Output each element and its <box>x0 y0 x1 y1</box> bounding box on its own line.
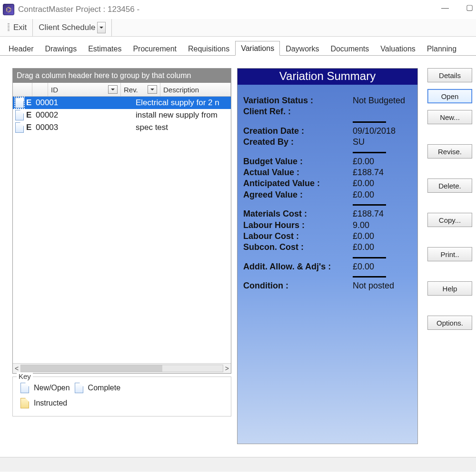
tab-planning[interactable]: Planning <box>421 41 462 56</box>
grid-header-type[interactable] <box>32 83 48 96</box>
document-icon <box>20 383 29 393</box>
tab-label: Drawings <box>45 45 77 53</box>
tab-label: Variations <box>241 44 274 52</box>
grid-header-description[interactable]: Description <box>160 83 231 96</box>
agreed-value-label: Agreed Value : <box>243 189 353 200</box>
rev-filter-dropdown-icon[interactable] <box>148 85 157 94</box>
new-button[interactable]: New... <box>427 110 472 124</box>
key-legend: Key New/Open Complete Instructed <box>12 377 231 416</box>
grid-header-rev[interactable]: Rev. <box>121 83 160 96</box>
tab-header[interactable]: Header <box>3 41 39 56</box>
grid-header-id-label: ID <box>51 86 58 94</box>
document-icon <box>15 110 24 120</box>
creation-date-label: Creation Date : <box>243 126 353 137</box>
created-by-label: Created By : <box>243 137 353 148</box>
minimize-icon[interactable]: — <box>441 4 449 13</box>
options-button[interactable]: Options. <box>427 316 472 330</box>
key-entry-complete: Complete <box>75 383 144 393</box>
tab-label: Valuations <box>380 45 416 53</box>
help-button[interactable]: Help <box>427 281 472 296</box>
labour-cost-label: Labour Cost : <box>243 231 353 242</box>
tab-drawings[interactable]: Drawings <box>39 41 82 56</box>
separator <box>353 204 386 206</box>
id-filter-dropdown-icon[interactable] <box>108 85 118 94</box>
print-button[interactable]: Print.. <box>427 247 472 261</box>
open-button[interactable]: Open <box>427 89 472 103</box>
labour-hours-value: 9.00 <box>353 220 412 231</box>
grid-header-row: ID Rev. Description <box>13 83 231 97</box>
row-type: E <box>26 98 36 108</box>
labour-hours-label: Labour Hours : <box>243 220 353 231</box>
actual-value-value: £188.74 <box>353 167 412 178</box>
variations-grid: Drag a column header here to group by th… <box>12 68 231 374</box>
anticipated-value-label: Anticipated Value : <box>243 178 353 189</box>
tab-label: Header <box>9 45 33 53</box>
key-entry-new-open: New/Open <box>20 383 70 393</box>
tab-documents[interactable]: Documents <box>325 41 375 56</box>
materials-cost-label: Materials Cost : <box>243 208 353 219</box>
table-row[interactable]: E00001Electrical supply for 2 n <box>13 97 231 109</box>
tab-label: Planning <box>427 45 456 53</box>
details-button[interactable]: Details <box>427 68 472 82</box>
separator <box>353 152 386 153</box>
anticipated-value-value: £0.00 <box>353 178 412 189</box>
grid-rows: E00001Electrical supply for 2 nE00002ins… <box>13 97 231 363</box>
key-new-open-label: New/Open <box>34 384 70 392</box>
group-by-hint[interactable]: Drag a column header here to group by th… <box>13 69 231 83</box>
delete-button[interactable]: Delete. <box>427 178 472 193</box>
row-description: install new supply from <box>136 110 231 120</box>
key-entry-instructed: Instructed <box>20 398 144 408</box>
grid-header-id[interactable]: ID <box>48 83 121 96</box>
title-bar: ⌬ ContractMaster Project : 123456 - — ▢ <box>0 0 476 19</box>
separator <box>353 121 386 123</box>
maximize-icon[interactable]: ▢ <box>466 3 473 12</box>
row-id: 00002 <box>36 110 102 120</box>
client-schedule-button[interactable]: Client Schedule <box>33 19 112 36</box>
tab-dayworks[interactable]: Dayworks <box>280 41 325 56</box>
exit-button[interactable]: Exit <box>2 19 33 36</box>
table-row[interactable]: E00002install new supply from <box>13 109 231 121</box>
revise-button[interactable]: Revise. <box>427 144 472 159</box>
actual-value-label: Actual Value : <box>243 167 353 178</box>
horizontal-scrollbar[interactable]: < > <box>13 363 231 373</box>
scrollbar-thumb[interactable] <box>21 365 162 372</box>
exit-label: Exit <box>13 23 27 32</box>
created-by-value: SU <box>353 137 412 148</box>
window-title: ContractMaster Project : 123456 - <box>18 5 139 14</box>
key-instructed-label: Instructed <box>34 399 67 407</box>
tab-label: Dayworks <box>286 45 319 53</box>
tab-label: Estimates <box>88 45 121 53</box>
scroll-right-icon[interactable]: > <box>225 365 229 372</box>
condition-value: Not posted <box>353 280 412 291</box>
status-value: Not Budgeted <box>353 95 412 106</box>
grid-header-rev-label: Rev. <box>124 86 138 94</box>
action-buttons: Details Open New... Revise. Delete. Copy… <box>427 68 472 444</box>
client-schedule-dropdown-icon[interactable] <box>97 22 106 33</box>
creation-date-value: 09/10/2018 <box>353 126 412 137</box>
row-id: 00001 <box>36 98 102 108</box>
tab-procurement[interactable]: Procurement <box>127 41 182 56</box>
status-label: Variation Status : <box>243 95 353 106</box>
tab-requisitions[interactable]: Requisitions <box>182 41 235 56</box>
tab-estimates[interactable]: Estimates <box>82 41 127 56</box>
row-description: Electrical supply for 2 n <box>136 98 231 108</box>
tab-variations[interactable]: Variations <box>235 41 280 56</box>
tab-label: Documents <box>330 45 369 53</box>
variation-summary-title: Variation Summary <box>238 69 417 85</box>
row-icon-cell <box>13 98 26 108</box>
row-id: 00003 <box>36 123 102 132</box>
scrollbar-track[interactable] <box>20 365 223 372</box>
toolbar: Exit Client Schedule <box>0 19 476 37</box>
tab-valuations[interactable]: Valuations <box>375 41 421 56</box>
scroll-left-icon[interactable]: < <box>15 365 19 372</box>
copy-button[interactable]: Copy... <box>427 213 472 227</box>
labour-cost-value: £0.00 <box>353 231 412 242</box>
document-icon <box>75 383 83 393</box>
table-row[interactable]: E00003spec test <box>13 121 231 134</box>
row-type: E <box>26 123 36 132</box>
subcon-cost-label: Subcon. Cost : <box>243 242 353 253</box>
separator <box>353 257 386 258</box>
grid-header-icon[interactable] <box>13 83 32 96</box>
separator <box>353 276 386 278</box>
variation-summary-panel: Variation Summary Variation Status :Not … <box>237 68 418 444</box>
